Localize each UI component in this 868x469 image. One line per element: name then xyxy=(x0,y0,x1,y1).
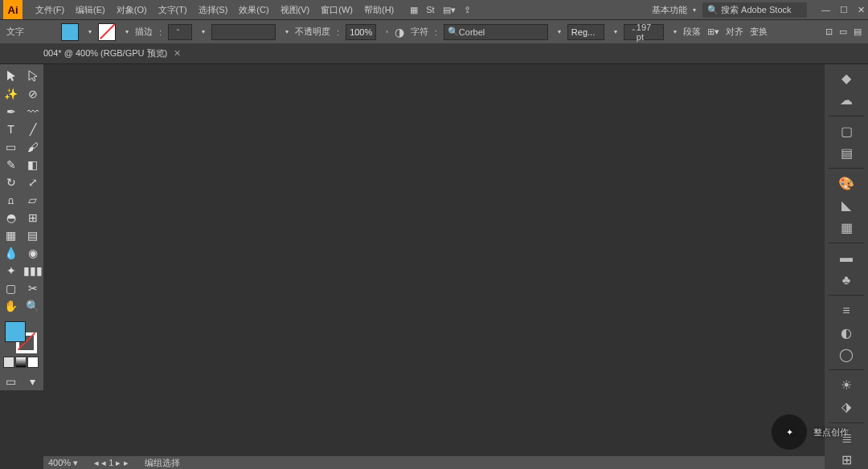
perspective-tool[interactable]: ⊞ xyxy=(22,209,43,226)
recolor-icon[interactable]: ◑ xyxy=(395,26,404,39)
bridge-icon[interactable]: ▦ xyxy=(410,5,418,15)
search-stock-field[interactable]: 🔍 搜索 Adobe Stock xyxy=(702,2,807,18)
menu-object[interactable]: 对象(O) xyxy=(112,2,152,18)
gradient-panel-icon[interactable]: ◐ xyxy=(836,324,857,342)
fill-stroke-control[interactable] xyxy=(5,321,37,353)
artboards-panel-icon[interactable]: ▢ xyxy=(836,121,857,140)
control-bar: 文字 ▾ ▾ 描边: ⌃▾ ▾ 不透明度: 100%› ◑ 字符: 🔍 Corb… xyxy=(0,19,868,43)
menu-file[interactable]: 文件(F) xyxy=(31,2,69,18)
libraries-panel-icon[interactable]: ☁ xyxy=(836,91,857,109)
zoom-tool[interactable]: 🔍 xyxy=(22,297,43,315)
eyedropper-tool[interactable]: 💧 xyxy=(0,244,22,262)
eraser-tool[interactable]: ◧ xyxy=(22,156,43,173)
gradient-mode-icon[interactable] xyxy=(15,357,27,368)
scale-tool[interactable]: ⤢ xyxy=(22,173,43,191)
active-tool-label: 文字 xyxy=(6,26,24,38)
draw-mode-normal[interactable]: ▭ xyxy=(0,373,22,390)
maximize-icon[interactable]: ☐ xyxy=(840,5,848,15)
menu-view[interactable]: 视图(V) xyxy=(276,2,315,18)
gpu-icon[interactable]: ⇪ xyxy=(464,5,471,15)
workspace-label: 基本功能 xyxy=(652,4,687,16)
menu-type[interactable]: 文字(T) xyxy=(154,2,192,18)
lasso-tool[interactable]: ⊘ xyxy=(22,85,43,103)
close-icon[interactable]: ✕ xyxy=(858,5,865,15)
line-tool[interactable]: ╱ xyxy=(22,120,43,138)
stroke-panel-icon[interactable]: ≡ xyxy=(836,301,857,320)
swatches-panel-icon[interactable]: ▦ xyxy=(836,218,857,237)
graph-tool[interactable]: ▮▮▮ xyxy=(22,262,43,279)
asset-export-icon[interactable]: ▤ xyxy=(836,144,857,162)
appearance-panel-icon[interactable]: ☀ xyxy=(836,376,857,394)
watermark: ✦ 整点创作 xyxy=(772,414,849,450)
stock-icon[interactable]: St xyxy=(426,5,434,15)
menu-help[interactable]: 帮助(H) xyxy=(359,2,399,18)
menu-effect[interactable]: 效果(C) xyxy=(234,2,273,18)
right-panel-dock: ◆ ☁ ▢ ▤ 🎨 ◣ ▦ ▬ ♣ ≡ ◐ ◯ ☀ ⬗ ≣ ⊞ xyxy=(825,64,868,469)
fill-color-box[interactable] xyxy=(5,321,26,342)
direct-selection-tool[interactable] xyxy=(22,67,43,85)
stroke-swatch[interactable] xyxy=(98,23,116,41)
app-icon: Ai xyxy=(3,0,23,19)
char-panel-label[interactable]: 字符 xyxy=(411,26,428,38)
shaper-tool[interactable]: ✎ xyxy=(0,156,22,173)
arrange-docs-icon[interactable]: ▤▾ xyxy=(443,5,456,15)
none-mode-icon[interactable] xyxy=(27,357,39,368)
selection-tool[interactable] xyxy=(0,67,22,85)
opacity-chevron-icon[interactable]: › xyxy=(386,28,388,35)
align-panel-icon2[interactable]: ⊞ xyxy=(836,451,857,469)
fill-dropdown-icon[interactable]: ▾ xyxy=(88,28,92,35)
opacity-field[interactable]: 100% xyxy=(346,24,376,40)
brush-field[interactable] xyxy=(211,24,276,40)
screen-mode[interactable]: ▾ xyxy=(22,373,43,390)
type-tool[interactable]: T xyxy=(0,120,22,138)
transform-label[interactable]: 变换 xyxy=(750,26,768,38)
opacity-label: 不透明度 xyxy=(295,26,330,38)
color-mode-icon[interactable] xyxy=(3,357,14,368)
transparency-panel-icon[interactable]: ◯ xyxy=(836,345,857,364)
fill-swatch[interactable] xyxy=(61,23,79,41)
color-panel-icon[interactable]: 🎨 xyxy=(836,174,857,193)
edit-icon[interactable]: ▭ xyxy=(839,27,847,37)
zoom-level-field[interactable]: 400% ▾ xyxy=(48,458,78,468)
font-size-field[interactable]: ⌃ 197 pt xyxy=(624,24,664,40)
gradient-tool[interactable]: ▤ xyxy=(22,226,43,244)
align-label[interactable]: 对齐 xyxy=(726,26,743,38)
align-panel-icon[interactable]: ⊞▾ xyxy=(707,27,719,37)
mesh-tool[interactable]: ▦ xyxy=(0,226,22,244)
shape-builder-tool[interactable]: ◓ xyxy=(0,209,22,226)
paragraph-label[interactable]: 段落 xyxy=(683,26,701,38)
rotate-tool[interactable]: ↻ xyxy=(0,173,22,191)
artboard-tool[interactable]: ▢ xyxy=(0,279,22,297)
properties-panel-icon[interactable]: ◆ xyxy=(836,69,857,88)
stroke-weight-field[interactable]: ⌃ xyxy=(168,24,192,40)
free-transform-tool[interactable]: ▱ xyxy=(22,191,43,209)
tab-close-icon[interactable]: ✕ xyxy=(174,48,181,59)
menu-select[interactable]: 选择(S) xyxy=(194,2,233,18)
artboard-nav[interactable]: ◂ ◂ 1 ▸ ▸ xyxy=(94,458,128,468)
font-style-field[interactable]: Reg... xyxy=(567,24,604,40)
blend-tool[interactable]: ◉ xyxy=(22,244,43,262)
document-tab[interactable]: 004* @ 400% (RGB/GPU 预览) ✕ xyxy=(43,47,181,59)
menu-edit[interactable]: 编辑(E) xyxy=(71,2,110,18)
document-tab-title: 004* @ 400% (RGB/GPU 预览) xyxy=(43,47,167,59)
workspace-switcher[interactable]: 基本功能▾ xyxy=(652,4,696,16)
isolate-icon[interactable]: ⊡ xyxy=(825,27,833,37)
font-family-field[interactable]: 🔍 Corbel xyxy=(444,24,548,40)
watermark-avatar-icon: ✦ xyxy=(772,414,807,450)
slice-tool[interactable]: ✂ xyxy=(22,279,43,297)
symbols-panel-icon[interactable]: ♣ xyxy=(836,271,857,289)
symbol-sprayer-tool[interactable]: ✦ xyxy=(0,262,22,279)
pen-tool[interactable]: ✒ xyxy=(0,103,22,120)
panel-menu-icon[interactable]: ▤ xyxy=(854,27,862,37)
stroke-dropdown-icon[interactable]: ▾ xyxy=(125,28,129,35)
hand-tool[interactable]: ✋ xyxy=(0,297,22,315)
menu-window[interactable]: 窗口(W) xyxy=(316,2,358,18)
color-guide-icon[interactable]: ◣ xyxy=(836,196,857,214)
rectangle-tool[interactable]: ▭ xyxy=(0,138,22,156)
width-tool[interactable]: ⩍ xyxy=(0,191,22,209)
paintbrush-tool[interactable]: 🖌 xyxy=(22,138,43,156)
curvature-tool[interactable]: 〰 xyxy=(22,103,43,120)
minimize-icon[interactable]: — xyxy=(821,5,830,15)
magic-wand-tool[interactable]: ✨ xyxy=(0,85,22,103)
brushes-panel-icon[interactable]: ▬ xyxy=(836,249,857,267)
